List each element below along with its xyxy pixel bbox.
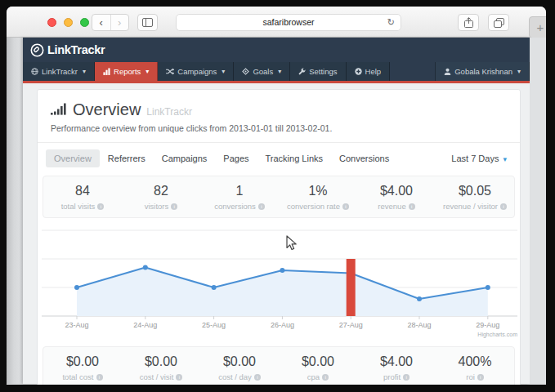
area-chart: 23-Aug24-Aug25-Aug26-Aug27-Aug28-Aug29-A… xyxy=(38,220,521,345)
stat-label-text: conversion rate xyxy=(287,202,340,211)
stat-label-text: cpa xyxy=(307,372,320,381)
stat-label-text: cost / visit xyxy=(140,372,174,381)
chevron-down-icon: ▾ xyxy=(278,68,281,75)
show-tabs-button[interactable] xyxy=(488,14,509,31)
history-nav-group: ‹ › xyxy=(92,14,129,31)
data-point-marker[interactable] xyxy=(74,285,79,290)
info-icon[interactable]: i xyxy=(322,374,329,381)
globe-icon xyxy=(31,68,38,75)
info-icon[interactable]: i xyxy=(500,203,507,210)
close-window-button[interactable] xyxy=(47,18,56,27)
info-icon[interactable]: i xyxy=(171,203,177,210)
x-axis-label: 24-Aug xyxy=(133,321,157,329)
nav-item-label: Goals xyxy=(253,67,273,76)
info-icon[interactable]: i xyxy=(258,203,265,210)
stat-value: $0.00 xyxy=(43,354,122,369)
info-icon[interactable]: i xyxy=(97,203,104,210)
user-menu[interactable]: Gobala Krishnan▾ xyxy=(435,62,530,81)
tab-overview[interactable]: Overview xyxy=(46,149,100,167)
data-point-marker[interactable] xyxy=(486,285,490,290)
webpage: LinkTrackr LinkTrackr▾Reports▾Campaigns▾… xyxy=(23,38,530,384)
nav-item-label: LinkTrackr xyxy=(42,67,78,76)
user-icon xyxy=(444,68,451,75)
stat-label-text: roi xyxy=(466,372,475,381)
info-icon[interactable]: i xyxy=(477,374,484,381)
tab-tracking-links[interactable]: Tracking Links xyxy=(257,149,332,167)
reload-icon[interactable]: ↻ xyxy=(387,15,395,30)
browser-viewport: LinkTrackr LinkTrackr▾Reports▾Campaigns▾… xyxy=(7,38,546,384)
back-button[interactable]: ‹ xyxy=(92,15,110,30)
tabs-overview-icon xyxy=(494,18,504,28)
nav-item-goals[interactable]: Goals▾ xyxy=(234,62,290,81)
chart-credit[interactable]: Highcharts.com xyxy=(477,332,517,338)
stat-cost-day: $0.00cost / dayi xyxy=(200,354,279,381)
nav-item-label: Help xyxy=(365,67,382,76)
stat-label: revenuei xyxy=(357,202,436,211)
nav-item-label: Settings xyxy=(309,67,337,76)
stat-label: conversionsi xyxy=(200,202,279,211)
area-fill xyxy=(77,268,488,317)
page-title: Overview xyxy=(73,100,141,119)
nav-item-help[interactable]: Help xyxy=(347,62,391,81)
date-range-selector[interactable]: Last 7 Days ▾ xyxy=(451,154,507,163)
tab-referrers[interactable]: Referrers xyxy=(100,149,154,167)
conversion-column[interactable] xyxy=(347,259,356,316)
info-icon[interactable]: i xyxy=(96,374,103,381)
traffic-chart: 23-Aug24-Aug25-Aug26-Aug27-Aug28-Aug29-A… xyxy=(38,220,519,345)
nav-item-reports[interactable]: Reports▾ xyxy=(95,62,158,81)
nav-item-campaigns[interactable]: Campaigns▾ xyxy=(158,62,234,81)
stat-label-text: profit xyxy=(383,372,401,381)
info-icon[interactable]: i xyxy=(254,374,261,381)
wrench-icon xyxy=(298,68,306,75)
linktrackr-logo-icon xyxy=(30,43,44,57)
data-point-marker[interactable] xyxy=(143,265,148,270)
tab-pages[interactable]: Pages xyxy=(215,149,257,167)
share-button[interactable] xyxy=(458,14,479,31)
stat-conversion-rate: 1%conversion ratei xyxy=(279,184,357,211)
plus-circle-icon xyxy=(355,68,362,75)
zoom-window-button[interactable] xyxy=(80,18,89,27)
info-icon[interactable]: i xyxy=(342,203,349,210)
address-bar[interactable]: safaribrowser ↻ xyxy=(176,14,401,31)
stat-revenue-visitor: $0.05revenue / visitori xyxy=(436,184,514,211)
data-point-marker[interactable] xyxy=(417,296,422,301)
minimize-window-button[interactable] xyxy=(64,18,73,27)
stat-conversions: 1conversionsi xyxy=(200,184,279,211)
nav-item-settings[interactable]: Settings xyxy=(290,62,346,81)
chevron-down-icon: ▾ xyxy=(503,155,507,163)
x-axis-label: 28-Aug xyxy=(407,321,431,329)
x-axis-label: 26-Aug xyxy=(271,321,294,329)
stat-label-text: revenue xyxy=(378,202,405,211)
x-axis-label: 29-Aug xyxy=(476,321,499,329)
browser-window: ‹ › safaribrowser ↻ + xyxy=(7,7,546,385)
chevron-down-icon: ▾ xyxy=(145,68,149,75)
sidebar-icon xyxy=(142,18,153,27)
x-axis-label: 27-Aug xyxy=(339,321,363,329)
stat-label: total costi xyxy=(43,372,122,381)
stat-value: $0.00 xyxy=(279,354,357,369)
nav-item-label: Campaigns xyxy=(177,67,217,76)
info-icon[interactable]: i xyxy=(176,374,182,381)
stat-value: 1 xyxy=(200,184,279,198)
stat-label: cost / visiti xyxy=(122,372,200,381)
stat-value: $0.00 xyxy=(122,354,200,369)
sidebar-button[interactable] xyxy=(137,14,158,31)
stat-label: profiti xyxy=(357,372,436,381)
stats-panel-bottom: $0.00total costi$0.00cost / visiti$0.00c… xyxy=(43,346,515,385)
page-title-suffix: LinkTrackr xyxy=(146,106,192,118)
info-icon[interactable]: i xyxy=(403,374,410,381)
info-icon[interactable]: i xyxy=(409,203,415,210)
main-nav: LinkTrackr▾Reports▾Campaigns▾Goals▾Setti… xyxy=(23,62,530,81)
page-body: Overview LinkTrackr Performance overview… xyxy=(23,83,530,385)
stats-panel-top: 84total visitsi82visitorsi1conversionsi1… xyxy=(43,176,515,218)
tab-campaigns[interactable]: Campaigns xyxy=(154,149,216,167)
tab-conversions[interactable]: Conversions xyxy=(331,149,397,167)
nav-item-linktrackr[interactable]: LinkTrackr▾ xyxy=(23,62,95,81)
stat-value: $4.00 xyxy=(357,184,436,198)
data-point-marker[interactable] xyxy=(280,268,284,273)
new-tab-button[interactable]: + xyxy=(529,16,546,38)
site-header: LinkTrackr xyxy=(23,38,530,62)
traffic-lights xyxy=(47,18,89,27)
data-point-marker[interactable] xyxy=(212,285,217,290)
forward-button[interactable]: › xyxy=(110,15,129,30)
